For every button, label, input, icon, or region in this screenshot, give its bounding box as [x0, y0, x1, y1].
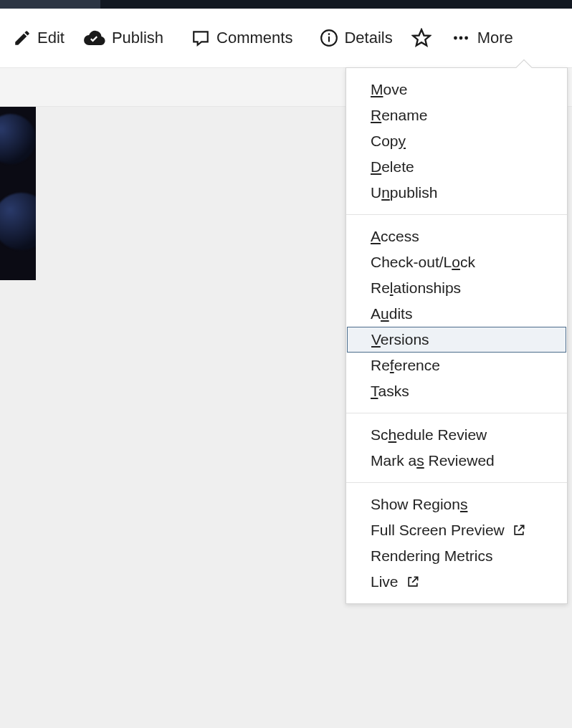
- publish-label: Publish: [112, 29, 163, 47]
- menu-item-label: Versions: [371, 331, 429, 348]
- cloud-check-icon: [83, 29, 106, 47]
- menu-item-label: Rendering Metrics: [371, 547, 492, 565]
- details-label: Details: [344, 29, 392, 47]
- edit-label: Edit: [37, 29, 65, 47]
- menu-item-label: Relationships: [371, 279, 461, 297]
- menu-item-label: Live: [371, 573, 399, 590]
- menu-group: AccessCheck-out/LockRelationshipsAuditsV…: [346, 215, 567, 413]
- menu-access[interactable]: Access: [346, 224, 567, 249]
- menu-group: Schedule ReviewMark as Reviewed: [346, 413, 567, 482]
- menu-move[interactable]: Move: [346, 77, 567, 102]
- menu-tasks[interactable]: Tasks: [346, 378, 567, 404]
- menu-item-label: Reference: [371, 357, 440, 374]
- menu-versions[interactable]: Versions: [347, 327, 566, 353]
- window-top-strip-inner: [0, 0, 100, 9]
- star-icon: [411, 28, 432, 48]
- edit-button[interactable]: Edit: [6, 23, 72, 53]
- more-button[interactable]: More: [443, 23, 520, 53]
- menu-rename[interactable]: Rename: [346, 102, 567, 128]
- pencil-icon: [13, 29, 32, 47]
- menu-item-label: Copy: [371, 133, 406, 150]
- menu-schedule-review[interactable]: Schedule Review: [346, 422, 567, 448]
- menu-delete[interactable]: Delete: [346, 154, 567, 180]
- menu-audits[interactable]: Audits: [346, 301, 567, 327]
- svg-point-6: [464, 37, 468, 40]
- publish-button[interactable]: Publish: [76, 23, 171, 53]
- menu-item-label: Move: [371, 81, 407, 98]
- menu-item-label: Access: [371, 228, 419, 245]
- menu-show-regions[interactable]: Show Regions: [346, 492, 567, 517]
- comments-label: Comments: [216, 29, 292, 47]
- menu-relationships[interactable]: Relationships: [346, 275, 567, 301]
- external-link-icon: [512, 523, 526, 537]
- menu-live[interactable]: Live: [346, 569, 567, 595]
- menu-item-label: Audits: [371, 305, 412, 322]
- menu-item-label: Unpublish: [371, 184, 437, 201]
- comments-button[interactable]: Comments: [183, 23, 300, 53]
- svg-point-5: [459, 37, 462, 40]
- menu-reference[interactable]: Reference: [346, 353, 567, 378]
- more-menu: MoveRenameCopyDeleteUnpublishAccessCheck…: [345, 67, 568, 604]
- menu-full-screen-preview[interactable]: Full Screen Preview: [346, 517, 567, 543]
- dots-horizontal-icon: [450, 29, 472, 47]
- svg-point-2: [328, 33, 330, 35]
- menu-group: Show RegionsFull Screen PreviewRendering…: [346, 483, 567, 603]
- menu-item-label: Delete: [371, 158, 414, 176]
- content-image-fragment: [0, 107, 36, 280]
- svg-point-4: [454, 37, 457, 40]
- menu-rendering-metrics[interactable]: Rendering Metrics: [346, 543, 567, 569]
- menu-item-label: Full Screen Preview: [371, 522, 505, 539]
- svg-marker-3: [413, 29, 429, 45]
- menu-checkout-lock[interactable]: Check-out/Lock: [346, 249, 567, 275]
- external-link-icon: [406, 575, 420, 589]
- info-icon: [320, 29, 338, 47]
- menu-item-label: Schedule Review: [371, 426, 487, 444]
- menu-unpublish[interactable]: Unpublish: [346, 180, 567, 206]
- window-top-strip: [0, 0, 572, 9]
- menu-group: MoveRenameCopyDeleteUnpublish: [346, 68, 567, 214]
- favorite-button[interactable]: [404, 22, 439, 54]
- menu-item-label: Tasks: [371, 383, 409, 400]
- menu-item-label: Check-out/Lock: [371, 254, 475, 271]
- menu-copy[interactable]: Copy: [346, 128, 567, 154]
- details-button[interactable]: Details: [313, 23, 399, 53]
- menu-mark-reviewed[interactable]: Mark as Reviewed: [346, 448, 567, 474]
- page-toolbar: Edit Publish Comments Details More: [0, 9, 572, 67]
- comment-icon: [191, 29, 211, 47]
- menu-item-label: Mark as Reviewed: [371, 452, 495, 469]
- more-label: More: [477, 29, 513, 47]
- menu-item-label: Show Regions: [371, 496, 467, 513]
- menu-item-label: Rename: [371, 107, 427, 124]
